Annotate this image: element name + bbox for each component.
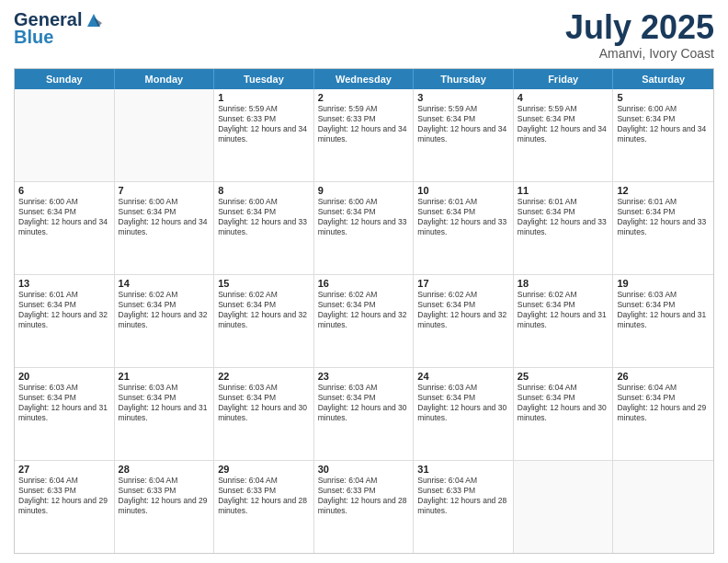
cell-info: Sunrise: 6:03 AM Sunset: 6:34 PM Dayligh… [18, 383, 110, 423]
calendar-cell: 9Sunrise: 6:00 AM Sunset: 6:34 PM Daylig… [314, 182, 415, 274]
day-number: 3 [417, 92, 509, 103]
calendar-cell: 1Sunrise: 5:59 AM Sunset: 6:33 PM Daylig… [214, 89, 314, 181]
cell-info: Sunrise: 6:02 AM Sunset: 6:34 PM Dayligh… [417, 290, 509, 330]
day-number: 20 [18, 371, 110, 382]
day-number: 6 [18, 185, 110, 196]
month-title: July 2025 [565, 9, 714, 46]
day-number: 17 [417, 278, 509, 289]
cell-info: Sunrise: 6:03 AM Sunset: 6:34 PM Dayligh… [218, 383, 310, 423]
calendar-cell: 2Sunrise: 5:59 AM Sunset: 6:33 PM Daylig… [314, 89, 415, 181]
day-number: 2 [318, 92, 410, 103]
cell-info: Sunrise: 6:03 AM Sunset: 6:34 PM Dayligh… [318, 383, 410, 423]
day-number: 24 [417, 371, 509, 382]
cell-info: Sunrise: 6:02 AM Sunset: 6:34 PM Dayligh… [218, 290, 310, 330]
calendar-cell: 19Sunrise: 6:03 AM Sunset: 6:34 PM Dayli… [613, 275, 713, 367]
day-header-wednesday: Wednesday [314, 69, 415, 89]
cell-info: Sunrise: 6:04 AM Sunset: 6:34 PM Dayligh… [617, 383, 710, 423]
day-number: 14 [119, 278, 210, 289]
calendar-cell: 23Sunrise: 6:03 AM Sunset: 6:34 PM Dayli… [314, 368, 415, 460]
calendar-cell [15, 89, 115, 181]
calendar-cell: 29Sunrise: 6:04 AM Sunset: 6:33 PM Dayli… [214, 461, 314, 553]
cell-info: Sunrise: 6:02 AM Sunset: 6:34 PM Dayligh… [318, 290, 410, 330]
calendar-cell: 5Sunrise: 6:00 AM Sunset: 6:34 PM Daylig… [613, 89, 713, 181]
cell-info: Sunrise: 6:02 AM Sunset: 6:34 PM Dayligh… [119, 290, 210, 330]
calendar-cell [613, 461, 713, 553]
day-number: 22 [218, 371, 310, 382]
calendar-week-4: 20Sunrise: 6:03 AM Sunset: 6:34 PM Dayli… [15, 368, 713, 461]
calendar-cell: 16Sunrise: 6:02 AM Sunset: 6:34 PM Dayli… [314, 275, 415, 367]
day-number: 18 [518, 278, 609, 289]
day-number: 13 [18, 278, 110, 289]
cell-info: Sunrise: 6:00 AM Sunset: 6:34 PM Dayligh… [318, 197, 410, 237]
logo: General Blue [14, 9, 104, 48]
calendar-cell: 27Sunrise: 6:04 AM Sunset: 6:33 PM Dayli… [15, 461, 115, 553]
calendar-cell: 22Sunrise: 6:03 AM Sunset: 6:34 PM Dayli… [214, 368, 314, 460]
cell-info: Sunrise: 6:00 AM Sunset: 6:34 PM Dayligh… [617, 104, 710, 144]
calendar-cell: 18Sunrise: 6:02 AM Sunset: 6:34 PM Dayli… [514, 275, 614, 367]
cell-info: Sunrise: 6:00 AM Sunset: 6:34 PM Dayligh… [119, 197, 210, 237]
cell-info: Sunrise: 5:59 AM Sunset: 6:34 PM Dayligh… [518, 104, 609, 144]
calendar-cell: 21Sunrise: 6:03 AM Sunset: 6:34 PM Dayli… [115, 368, 215, 460]
day-number: 31 [417, 464, 509, 475]
calendar-cell: 14Sunrise: 6:02 AM Sunset: 6:34 PM Dayli… [115, 275, 215, 367]
calendar-cell: 7Sunrise: 6:00 AM Sunset: 6:34 PM Daylig… [115, 182, 215, 274]
calendar-cell: 30Sunrise: 6:04 AM Sunset: 6:33 PM Dayli… [314, 461, 415, 553]
calendar-cell: 24Sunrise: 6:03 AM Sunset: 6:34 PM Dayli… [414, 368, 514, 460]
day-number: 7 [119, 185, 210, 196]
cell-info: Sunrise: 5:59 AM Sunset: 6:33 PM Dayligh… [318, 104, 410, 144]
calendar-body: 1Sunrise: 5:59 AM Sunset: 6:33 PM Daylig… [15, 89, 713, 553]
day-number: 10 [417, 185, 509, 196]
calendar-cell: 25Sunrise: 6:04 AM Sunset: 6:34 PM Dayli… [514, 368, 614, 460]
calendar-cell: 28Sunrise: 6:04 AM Sunset: 6:33 PM Dayli… [115, 461, 215, 553]
day-number: 15 [218, 278, 310, 289]
cell-info: Sunrise: 6:04 AM Sunset: 6:33 PM Dayligh… [18, 476, 110, 516]
calendar-week-3: 13Sunrise: 6:01 AM Sunset: 6:34 PM Dayli… [15, 275, 713, 368]
day-header-tuesday: Tuesday [214, 69, 314, 89]
calendar-cell: 20Sunrise: 6:03 AM Sunset: 6:34 PM Dayli… [15, 368, 115, 460]
day-number: 11 [518, 185, 609, 196]
logo-icon [84, 10, 104, 30]
day-number: 5 [617, 92, 710, 103]
day-number: 23 [318, 371, 410, 382]
logo-blue: Blue [14, 27, 53, 48]
header: General Blue July 2025 Amanvi, Ivory Coa… [14, 9, 714, 61]
day-number: 16 [318, 278, 410, 289]
calendar-header: SundayMondayTuesdayWednesdayThursdayFrid… [15, 69, 713, 89]
calendar-cell: 6Sunrise: 6:00 AM Sunset: 6:34 PM Daylig… [15, 182, 115, 274]
day-header-saturday: Saturday [613, 69, 713, 89]
day-number: 27 [18, 464, 110, 475]
cell-info: Sunrise: 6:03 AM Sunset: 6:34 PM Dayligh… [119, 383, 210, 423]
calendar-cell: 11Sunrise: 6:01 AM Sunset: 6:34 PM Dayli… [514, 182, 614, 274]
day-header-friday: Friday [514, 69, 614, 89]
day-number: 21 [119, 371, 210, 382]
calendar-cell: 17Sunrise: 6:02 AM Sunset: 6:34 PM Dayli… [414, 275, 514, 367]
cell-info: Sunrise: 6:01 AM Sunset: 6:34 PM Dayligh… [617, 197, 710, 237]
day-number: 25 [518, 371, 609, 382]
calendar-cell [115, 89, 215, 181]
day-header-thursday: Thursday [414, 69, 514, 89]
calendar-cell: 12Sunrise: 6:01 AM Sunset: 6:34 PM Dayli… [613, 182, 713, 274]
location: Amanvi, Ivory Coast [565, 46, 714, 61]
day-number: 1 [218, 92, 310, 103]
calendar-week-1: 1Sunrise: 5:59 AM Sunset: 6:33 PM Daylig… [15, 89, 713, 182]
cell-info: Sunrise: 6:04 AM Sunset: 6:33 PM Dayligh… [119, 476, 210, 516]
cell-info: Sunrise: 6:04 AM Sunset: 6:33 PM Dayligh… [218, 476, 310, 516]
cell-info: Sunrise: 6:01 AM Sunset: 6:34 PM Dayligh… [18, 290, 110, 330]
calendar-cell: 10Sunrise: 6:01 AM Sunset: 6:34 PM Dayli… [414, 182, 514, 274]
day-number: 19 [617, 278, 710, 289]
cell-info: Sunrise: 6:01 AM Sunset: 6:34 PM Dayligh… [518, 197, 609, 237]
calendar-week-5: 27Sunrise: 6:04 AM Sunset: 6:33 PM Dayli… [15, 461, 713, 553]
cell-info: Sunrise: 6:04 AM Sunset: 6:34 PM Dayligh… [518, 383, 609, 423]
cell-info: Sunrise: 6:00 AM Sunset: 6:34 PM Dayligh… [18, 197, 110, 237]
calendar-cell: 26Sunrise: 6:04 AM Sunset: 6:34 PM Dayli… [613, 368, 713, 460]
cell-info: Sunrise: 6:04 AM Sunset: 6:33 PM Dayligh… [417, 476, 509, 516]
day-number: 4 [518, 92, 609, 103]
day-number: 12 [617, 185, 710, 196]
day-number: 28 [119, 464, 210, 475]
day-header-sunday: Sunday [15, 69, 115, 89]
cell-info: Sunrise: 6:00 AM Sunset: 6:34 PM Dayligh… [218, 197, 310, 237]
day-number: 30 [318, 464, 410, 475]
day-number: 8 [218, 185, 310, 196]
calendar-cell: 13Sunrise: 6:01 AM Sunset: 6:34 PM Dayli… [15, 275, 115, 367]
calendar-cell: 8Sunrise: 6:00 AM Sunset: 6:34 PM Daylig… [214, 182, 314, 274]
